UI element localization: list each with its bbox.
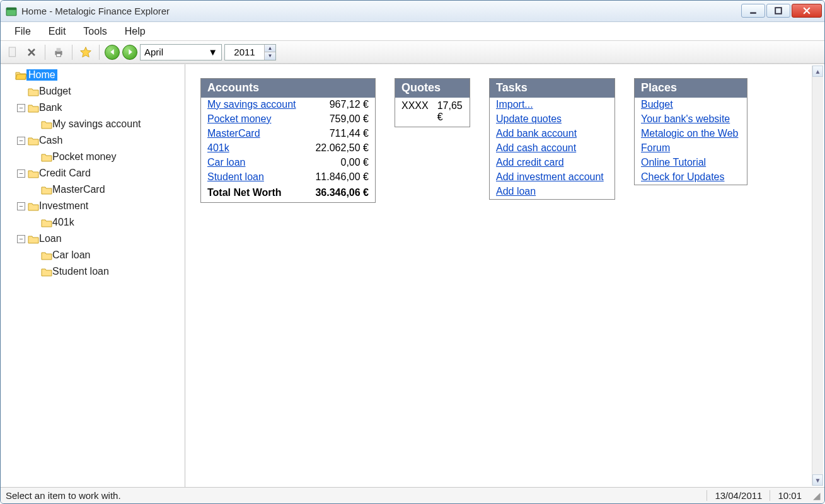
account-link[interactable]: My savings account [207,99,296,110]
tree-label: Loan [39,233,62,244]
accounts-title: Accounts [201,79,375,98]
tree-bank[interactable]: − Bank [2,100,183,116]
nav-back-button[interactable] [105,45,120,60]
year-spinner[interactable]: 2011 ▲ ▼ [224,44,276,60]
year-up-button[interactable]: ▲ [265,45,275,53]
toolbar-separator [72,45,72,60]
menu-edit[interactable]: Edit [40,24,75,39]
menu-file[interactable]: File [6,24,40,39]
account-link[interactable]: Car loan [207,157,245,168]
tree-credit-card[interactable]: − Credit Card [2,165,183,181]
minimize-button[interactable] [741,4,765,18]
tree-mastercard[interactable]: MasterCard [2,181,183,198]
print-button[interactable] [50,44,67,60]
tree-label: Home [26,69,57,81]
folder-icon [28,103,39,113]
tree-investment[interactable]: − Investment [2,198,183,214]
account-total-row: Total Net Worth 36.346,06 € [201,185,375,202]
account-link[interactable]: Pocket money [207,113,271,125]
collapse-icon[interactable]: − [17,104,25,112]
quotes-title: Quotes [395,79,470,98]
tree-label: 401k [52,217,74,228]
delete-button[interactable] [23,44,40,60]
nav-tree[interactable]: Home Budget − Bank My savings account − … [1,64,185,487]
task-link-add-loan[interactable]: Add loan [496,186,536,197]
collapse-icon[interactable]: − [17,137,25,145]
account-link[interactable]: 401k [207,142,229,154]
menu-help[interactable]: Help [116,24,154,39]
account-value: 711,44 € [330,128,369,139]
tree-label: Credit Card [39,168,91,179]
folder-open-icon [15,71,26,80]
place-link-updates[interactable]: Check for Updates [641,171,725,182]
task-link-add-inv[interactable]: Add investment account [496,171,604,182]
account-value: 759,00 € [330,113,369,125]
scroll-up-icon[interactable]: ▲ [812,66,823,77]
task-link-add-bank[interactable]: Add bank account [496,128,577,139]
new-button[interactable] [4,44,21,60]
tree-cash[interactable]: − Cash [2,132,183,149]
folder-icon [41,185,52,195]
nav-forward-button[interactable] [122,45,137,60]
collapse-icon[interactable]: − [17,235,25,243]
tree-401k[interactable]: 401k [2,214,183,231]
tree-label: Cash [39,135,62,146]
year-down-button[interactable]: ▼ [265,52,275,60]
tree-loan[interactable]: − Loan [2,231,183,247]
collapse-icon[interactable]: − [17,202,25,210]
scroll-down-icon[interactable]: ▼ [812,474,823,486]
folder-icon [41,267,52,277]
collapse-icon[interactable]: − [17,169,25,178]
total-label: Total Net Worth [207,187,282,198]
expander-none [4,71,13,79]
task-link-add-cash[interactable]: Add cash account [496,142,576,153]
task-link-import[interactable]: Import... [496,99,533,110]
tree-student-loan[interactable]: Student loan [2,263,183,280]
tree-home[interactable]: Home [2,67,183,83]
menubar: File Edit Tools Help [1,22,824,41]
tree-budget[interactable]: Budget [2,83,183,100]
place-link-tutorial[interactable]: Online Tutorial [641,157,706,168]
content-area: Accounts My savings account967,12 € Pock… [185,64,824,487]
menu-tools[interactable]: Tools [74,24,115,39]
place-link-budget[interactable]: Budget [641,99,673,110]
resize-grip-icon[interactable]: ◢ [809,490,821,501]
svg-rect-7 [57,54,61,57]
task-link-update[interactable]: Update quotes [496,113,562,124]
task-link-add-cc[interactable]: Add credit card [496,157,564,168]
tree-label: Pocket money [52,151,116,163]
month-selector[interactable]: April ▼ [140,44,222,60]
tree-my-savings-account[interactable]: My savings account [2,116,183,132]
tree-label: Student loan [52,266,109,277]
svg-rect-4 [9,47,15,57]
tree-label: Car loan [52,249,90,261]
svg-rect-3 [775,8,782,14]
place-link-web[interactable]: Metalogic on the Web [641,128,738,139]
month-value: April [144,47,163,57]
account-link[interactable]: MasterCard [207,128,260,139]
favorite-button[interactable] [78,44,94,60]
svg-rect-1 [6,8,16,9]
svg-rect-6 [57,48,61,52]
place-link-forum[interactable]: Forum [641,142,670,153]
account-link[interactable]: Student loan [207,171,264,183]
places-title: Places [635,79,747,98]
account-value: 0,00 € [341,157,369,168]
svg-rect-2 [750,12,756,13]
total-value: 36.346,06 € [315,187,369,198]
titlebar: Home - Metalogic Finance Explorer [1,1,824,22]
folder-icon [28,234,39,244]
scrollbar-vertical[interactable]: ▲ ▼ [812,66,823,486]
scroll-track[interactable] [812,77,823,474]
tree-car-loan[interactable]: Car loan [2,247,183,263]
accounts-panel: Accounts My savings account967,12 € Pock… [200,78,376,203]
toolbar: April ▼ 2011 ▲ ▼ [1,41,824,64]
statusbar: Select an item to work with. 13/04/2011 … [1,487,824,503]
tree-pocket-money[interactable]: Pocket money [2,149,183,165]
place-link-bank[interactable]: Your bank's website [641,113,730,124]
close-button[interactable] [792,4,822,18]
tasks-panel: Tasks Import... Update quotes Add bank a… [489,78,615,200]
tree-label: Budget [39,86,71,97]
maximize-button[interactable] [766,4,790,18]
tree-label: My savings account [52,118,141,130]
